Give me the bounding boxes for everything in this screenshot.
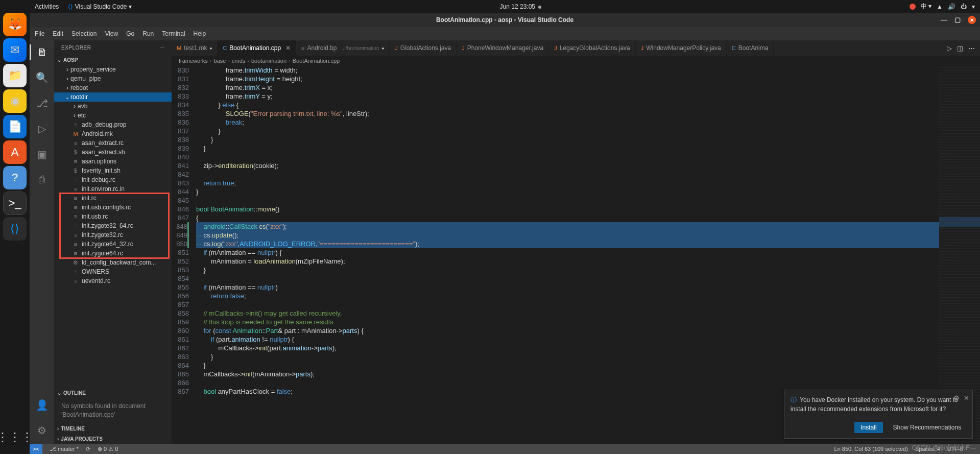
power-icon[interactable]: ⏻ (961, 3, 967, 10)
extensions-view-icon[interactable]: ▣ (30, 146, 54, 162)
problems-status[interactable]: ⊗ 0 ⚠ 0 (98, 446, 118, 452)
maximize-button[interactable]: ▢ (954, 16, 961, 24)
libreoffice-icon[interactable]: 📄 (3, 115, 27, 138)
file-item[interactable]: ≡adb_debug.prop (54, 120, 172, 129)
accounts-icon[interactable]: 👤 (30, 397, 54, 413)
notification-gear-icon[interactable]: ⚙ (953, 393, 960, 403)
tab-bootanima[interactable]: CBootAnima (727, 40, 774, 56)
scm-view-icon[interactable]: ⎇ (30, 95, 54, 111)
system-menu-chevron-icon[interactable]: ▾ (972, 3, 975, 10)
outline-section-head[interactable]: ⌄OUTLINE (54, 388, 172, 398)
run-icon[interactable]: ▷ (947, 44, 952, 52)
java-projects-section-head[interactable]: ›JAVA PROJECTS (54, 434, 172, 444)
clock[interactable]: Jun 12 23:05 (500, 3, 535, 10)
app-menu[interactable]: ⟨⟩ Visual Studio Code ▾ (68, 3, 132, 10)
breadcrumb-segment[interactable]: BootAnimation.cpp (293, 58, 340, 64)
window-title: BootAnimation.cpp - aosp - Visual Studio… (436, 16, 573, 23)
search-view-icon[interactable]: 🔍 (30, 69, 54, 86)
file-item[interactable]: ≡init.environ.rc.in (54, 184, 172, 194)
minimap[interactable] (939, 66, 980, 444)
activities-button[interactable]: Activities (35, 3, 59, 10)
vscode-icon[interactable]: ⟨⟩ (3, 217, 27, 241)
close-button[interactable]: ✕ (968, 16, 976, 24)
file-item[interactable]: ≡init.zygote32_64.rc (54, 221, 172, 230)
file-item[interactable]: ≡init.zygote32.rc (54, 230, 172, 240)
file-item[interactable]: ≡init.rc (54, 194, 172, 203)
tab-test1-mk[interactable]: Mtest1.mk● (172, 40, 218, 56)
breadcrumb-segment[interactable]: cmds (232, 58, 245, 64)
tab-legacyglobalactions-java[interactable]: JLegacyGlobalActions.java (549, 40, 636, 56)
settings-gear-icon[interactable]: ⚙ (30, 422, 54, 439)
remote-view-icon[interactable]: ⎙ (30, 172, 54, 187)
indentation-status[interactable]: Spaces: 4 (915, 446, 940, 452)
status-more[interactable]: ⋯ (970, 446, 976, 452)
rhythmbox-icon[interactable]: ◉ (3, 89, 27, 113)
tab-windowmanagerpolicy-java[interactable]: JWindowManagerPolicy.java (636, 40, 727, 56)
thunderbird-icon[interactable]: ✉ (3, 38, 27, 62)
tab-bootanimation-cpp[interactable]: CBootAnimation.cpp✕ (218, 40, 296, 56)
menu-help[interactable]: Help (194, 30, 206, 37)
timeline-section-head[interactable]: ›TIMELINE (54, 423, 172, 434)
firefox-icon[interactable]: 🦊 (3, 13, 27, 36)
folder-item[interactable]: ›avb (54, 102, 172, 111)
show-apps-icon[interactable]: ⋮⋮⋮ (3, 425, 27, 449)
folder-item[interactable]: ›etc (54, 111, 172, 120)
breadcrumb-segment[interactable]: frameworks (179, 58, 208, 64)
file-item[interactable]: ≡ueventd.rc (54, 276, 172, 285)
menu-run[interactable]: Run (142, 30, 154, 37)
file-item[interactable]: $fsverity_init.sh (54, 166, 172, 175)
minimize-button[interactable]: — (941, 16, 947, 24)
file-item[interactable]: ≡init.usb.configfs.rc (54, 203, 172, 212)
folder-item[interactable]: ›qemu_pipe (54, 74, 172, 83)
folder-item[interactable]: ›property_service (54, 65, 172, 74)
breadcrumb-segment[interactable]: bootanimation (251, 58, 286, 64)
tab-globalactions-java[interactable]: JGlobalActions.java (390, 40, 457, 56)
help-icon[interactable]: ? (3, 166, 27, 189)
git-branch[interactable]: ⎇ master * (50, 446, 79, 452)
file-item[interactable]: ⚙ld_config_backward_com... (54, 258, 172, 267)
file-item[interactable]: ≡init-debug.rc (54, 175, 172, 184)
menu-selection[interactable]: Selection (71, 30, 97, 37)
input-source[interactable]: 中 ▾ (921, 2, 931, 11)
file-item[interactable]: ≡asan_extract.rc (54, 138, 172, 148)
menu-go[interactable]: Go (126, 30, 134, 37)
file-item[interactable]: ≡init.usb.rc (54, 212, 172, 221)
tab-android-bp[interactable]: ≡Android.bp.../bootanimation● (296, 40, 390, 56)
network-icon[interactable]: ▲ (937, 3, 943, 10)
split-icon[interactable]: ◫ (957, 44, 963, 52)
file-item[interactable]: ≡asan.options (54, 157, 172, 166)
breadcrumbs[interactable]: frameworks›base›cmds›bootanimation›BootA… (172, 56, 980, 66)
cursor-position[interactable]: Ln 850, Col 63 (109 selected) (834, 446, 908, 452)
breadcrumb-segment[interactable]: base (214, 58, 226, 64)
file-item[interactable]: MAndroid.mk (54, 129, 172, 138)
run-view-icon[interactable]: ▷ (30, 121, 54, 137)
folder-item[interactable]: ›reboot (54, 83, 172, 92)
encoding-status[interactable]: UTF-8 (947, 446, 963, 452)
show-recommendations-button[interactable]: Show Recommendations (887, 422, 967, 433)
tab-phonewindowmanager-java[interactable]: JPhoneWindowManager.java (457, 40, 549, 56)
menu-view[interactable]: View (105, 30, 118, 37)
volume-icon[interactable]: 🔊 (948, 3, 955, 10)
code-content[interactable]: frame.trimWidth = width; frame.trimHeigh… (196, 66, 939, 444)
menu-edit[interactable]: Edit (53, 30, 63, 37)
software-icon[interactable]: A (3, 140, 27, 164)
explorer-more-icon[interactable]: ⋯ (159, 45, 165, 51)
editor[interactable]: 8308318328338348358368378388398408418428… (172, 66, 980, 444)
install-button[interactable]: Install (854, 422, 882, 433)
project-section-head[interactable]: ⌄AOSP (54, 55, 172, 65)
remote-indicator[interactable]: >< (30, 444, 42, 454)
file-item[interactable]: ≡init.zygote64_32.rc (54, 240, 172, 249)
menu-terminal[interactable]: Terminal (162, 30, 185, 37)
notification-close-icon[interactable]: ✕ (964, 393, 969, 403)
tray-notification-icon[interactable] (910, 4, 916, 10)
menu-file[interactable]: File (35, 30, 44, 37)
file-item[interactable]: ≡OWNERS (54, 267, 172, 276)
terminal-icon[interactable]: >_ (3, 192, 27, 215)
folder-item[interactable]: ⌄rootdir (54, 92, 172, 102)
file-item[interactable]: $asan_extract.sh (54, 148, 172, 157)
files-icon[interactable]: 📁 (3, 64, 27, 87)
more-icon[interactable]: ⋯ (968, 44, 975, 52)
file-item[interactable]: ≡init.zygote64.rc (54, 249, 172, 258)
git-sync[interactable]: ⟳ (86, 446, 90, 452)
explorer-view-icon[interactable]: 🗎 (30, 44, 54, 60)
